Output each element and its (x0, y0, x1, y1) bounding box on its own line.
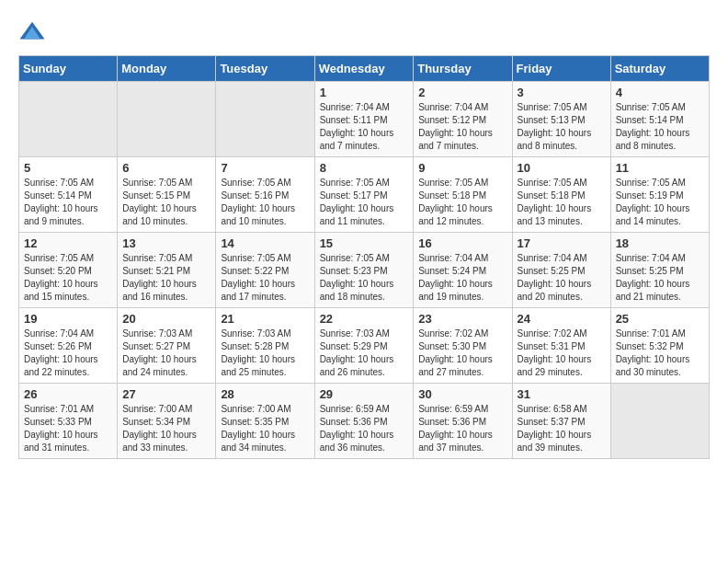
calendar-cell: 20Sunrise: 7:03 AMSunset: 5:27 PMDayligh… (118, 308, 216, 384)
calendar-cell (610, 384, 709, 459)
calendar-cell: 25Sunrise: 7:01 AMSunset: 5:32 PMDayligh… (610, 308, 709, 384)
calendar-cell: 15Sunrise: 7:05 AMSunset: 5:23 PMDayligh… (314, 233, 414, 308)
day-number: 23 (418, 312, 506, 326)
day-info: Sunrise: 7:04 AMSunset: 5:12 PMDaylight:… (418, 101, 506, 153)
day-info: Sunrise: 7:01 AMSunset: 5:33 PMDaylight:… (24, 403, 112, 454)
calendar-cell (118, 82, 216, 157)
day-number: 29 (320, 387, 409, 401)
calendar-week-row: 26Sunrise: 7:01 AMSunset: 5:33 PMDayligh… (19, 384, 710, 459)
calendar-cell: 11Sunrise: 7:05 AMSunset: 5:19 PMDayligh… (610, 157, 709, 233)
day-info: Sunrise: 7:03 AMSunset: 5:27 PMDaylight:… (122, 327, 210, 379)
day-info: Sunrise: 7:04 AMSunset: 5:25 PMDaylight:… (518, 252, 606, 304)
day-number: 1 (320, 86, 409, 99)
day-number: 20 (122, 312, 210, 326)
page-header (18, 18, 710, 46)
day-header-tuesday: Tuesday (216, 56, 314, 82)
calendar-cell (216, 82, 314, 157)
day-number: 15 (320, 236, 409, 250)
calendar-cell: 6Sunrise: 7:05 AMSunset: 5:15 PMDaylight… (118, 157, 216, 233)
day-number: 26 (24, 387, 112, 401)
day-info: Sunrise: 7:03 AMSunset: 5:29 PMDaylight:… (320, 327, 409, 379)
calendar-cell: 28Sunrise: 7:00 AMSunset: 5:35 PMDayligh… (216, 384, 314, 459)
day-number: 16 (418, 236, 506, 250)
day-info: Sunrise: 7:03 AMSunset: 5:28 PMDaylight:… (221, 327, 309, 379)
day-number: 5 (24, 161, 112, 175)
day-number: 17 (518, 236, 606, 250)
day-info: Sunrise: 7:05 AMSunset: 5:21 PMDaylight:… (122, 252, 210, 304)
calendar-cell (19, 82, 118, 157)
calendar-cell: 5Sunrise: 7:05 AMSunset: 5:14 PMDaylight… (19, 157, 118, 233)
day-number: 18 (616, 236, 704, 250)
calendar-cell: 31Sunrise: 6:58 AMSunset: 5:37 PMDayligh… (512, 384, 610, 459)
day-header-thursday: Thursday (414, 56, 512, 82)
day-info: Sunrise: 7:00 AMSunset: 5:34 PMDaylight:… (122, 403, 210, 454)
day-number: 22 (320, 312, 409, 326)
day-number: 11 (616, 161, 704, 175)
calendar-table: SundayMondayTuesdayWednesdayThursdayFrid… (18, 55, 710, 459)
day-info: Sunrise: 7:04 AMSunset: 5:24 PMDaylight:… (418, 252, 506, 304)
day-number: 14 (221, 236, 309, 250)
day-number: 3 (518, 86, 606, 99)
calendar-week-row: 12Sunrise: 7:05 AMSunset: 5:20 PMDayligh… (19, 233, 710, 308)
calendar-cell: 7Sunrise: 7:05 AMSunset: 5:16 PMDaylight… (216, 157, 314, 233)
day-info: Sunrise: 7:05 AMSunset: 5:16 PMDaylight:… (221, 177, 309, 228)
day-info: Sunrise: 7:05 AMSunset: 5:19 PMDaylight:… (616, 177, 704, 228)
day-number: 21 (221, 312, 309, 326)
calendar-cell: 24Sunrise: 7:02 AMSunset: 5:31 PMDayligh… (512, 308, 610, 384)
day-number: 31 (518, 387, 606, 401)
day-info: Sunrise: 7:04 AMSunset: 5:11 PMDaylight:… (320, 101, 409, 153)
day-number: 2 (418, 86, 506, 99)
calendar-cell: 14Sunrise: 7:05 AMSunset: 5:22 PMDayligh… (216, 233, 314, 308)
day-header-saturday: Saturday (610, 56, 709, 82)
day-info: Sunrise: 7:04 AMSunset: 5:25 PMDaylight:… (616, 252, 704, 304)
calendar-cell: 30Sunrise: 6:59 AMSunset: 5:36 PMDayligh… (414, 384, 512, 459)
calendar-cell: 16Sunrise: 7:04 AMSunset: 5:24 PMDayligh… (414, 233, 512, 308)
calendar-cell: 18Sunrise: 7:04 AMSunset: 5:25 PMDayligh… (610, 233, 709, 308)
calendar-week-row: 5Sunrise: 7:05 AMSunset: 5:14 PMDaylight… (19, 157, 710, 233)
calendar-cell: 29Sunrise: 6:59 AMSunset: 5:36 PMDayligh… (314, 384, 414, 459)
calendar-cell: 26Sunrise: 7:01 AMSunset: 5:33 PMDayligh… (19, 384, 118, 459)
calendar-cell: 1Sunrise: 7:04 AMSunset: 5:11 PMDaylight… (314, 82, 414, 157)
day-info: Sunrise: 7:05 AMSunset: 5:14 PMDaylight:… (24, 177, 112, 228)
calendar-week-row: 1Sunrise: 7:04 AMSunset: 5:11 PMDaylight… (19, 82, 710, 157)
day-info: Sunrise: 7:05 AMSunset: 5:20 PMDaylight:… (24, 252, 112, 304)
day-info: Sunrise: 7:05 AMSunset: 5:18 PMDaylight:… (518, 177, 606, 228)
calendar-cell: 27Sunrise: 7:00 AMSunset: 5:34 PMDayligh… (118, 384, 216, 459)
day-info: Sunrise: 7:05 AMSunset: 5:15 PMDaylight:… (122, 177, 210, 228)
day-info: Sunrise: 7:05 AMSunset: 5:22 PMDaylight:… (221, 252, 309, 304)
day-number: 27 (122, 387, 210, 401)
day-number: 12 (24, 236, 112, 250)
day-info: Sunrise: 7:05 AMSunset: 5:23 PMDaylight:… (320, 252, 409, 304)
day-info: Sunrise: 7:04 AMSunset: 5:26 PMDaylight:… (24, 327, 112, 379)
calendar-cell: 13Sunrise: 7:05 AMSunset: 5:21 PMDayligh… (118, 233, 216, 308)
day-info: Sunrise: 7:01 AMSunset: 5:32 PMDaylight:… (616, 327, 704, 379)
day-number: 8 (320, 161, 409, 175)
day-number: 30 (418, 387, 506, 401)
calendar-cell: 8Sunrise: 7:05 AMSunset: 5:17 PMDaylight… (314, 157, 414, 233)
calendar-cell: 12Sunrise: 7:05 AMSunset: 5:20 PMDayligh… (19, 233, 118, 308)
day-info: Sunrise: 7:00 AMSunset: 5:35 PMDaylight:… (221, 403, 309, 454)
calendar-header-row: SundayMondayTuesdayWednesdayThursdayFrid… (19, 56, 710, 82)
day-info: Sunrise: 7:05 AMSunset: 5:17 PMDaylight:… (320, 177, 409, 228)
calendar-cell: 23Sunrise: 7:02 AMSunset: 5:30 PMDayligh… (414, 308, 512, 384)
day-info: Sunrise: 6:59 AMSunset: 5:36 PMDaylight:… (320, 403, 409, 454)
day-info: Sunrise: 6:59 AMSunset: 5:36 PMDaylight:… (418, 403, 506, 454)
calendar-cell: 10Sunrise: 7:05 AMSunset: 5:18 PMDayligh… (512, 157, 610, 233)
day-number: 25 (616, 312, 704, 326)
calendar-cell: 22Sunrise: 7:03 AMSunset: 5:29 PMDayligh… (314, 308, 414, 384)
calendar-cell: 17Sunrise: 7:04 AMSunset: 5:25 PMDayligh… (512, 233, 610, 308)
day-header-friday: Friday (512, 56, 610, 82)
day-number: 4 (616, 86, 704, 99)
day-header-wednesday: Wednesday (314, 56, 414, 82)
day-number: 19 (24, 312, 112, 326)
day-info: Sunrise: 6:58 AMSunset: 5:37 PMDaylight:… (518, 403, 606, 454)
day-header-sunday: Sunday (19, 56, 118, 82)
day-number: 28 (221, 387, 309, 401)
day-number: 24 (518, 312, 606, 326)
day-number: 6 (122, 161, 210, 175)
day-info: Sunrise: 7:05 AMSunset: 5:18 PMDaylight:… (418, 177, 506, 228)
calendar-cell: 2Sunrise: 7:04 AMSunset: 5:12 PMDaylight… (414, 82, 512, 157)
day-info: Sunrise: 7:05 AMSunset: 5:14 PMDaylight:… (616, 101, 704, 153)
calendar-cell: 21Sunrise: 7:03 AMSunset: 5:28 PMDayligh… (216, 308, 314, 384)
day-number: 10 (518, 161, 606, 175)
